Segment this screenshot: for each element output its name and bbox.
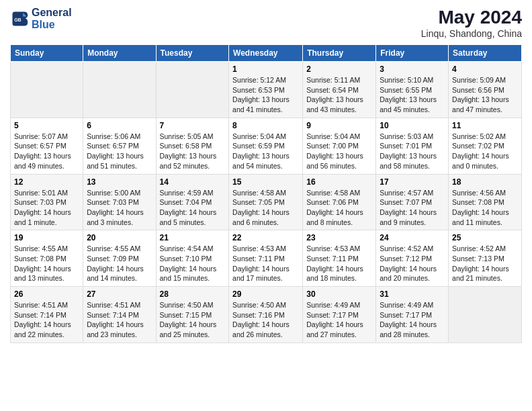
day-number: 25 <box>452 233 518 242</box>
day-number: 11 <box>452 121 518 130</box>
calendar-cell: 7Sunrise: 5:05 AMSunset: 6:58 PMDaylight… <box>156 118 229 174</box>
calendar-cell: 24Sunrise: 4:52 AMSunset: 7:12 PMDayligh… <box>376 230 449 287</box>
day-info: Sunrise: 4:50 AMSunset: 7:15 PMDaylight:… <box>160 300 226 340</box>
day-number: 23 <box>306 233 372 242</box>
day-info: Sunrise: 4:55 AMSunset: 7:09 PMDaylight:… <box>87 244 152 283</box>
calendar-cell: 15Sunrise: 4:58 AMSunset: 7:05 PMDayligh… <box>229 174 303 230</box>
calendar-cell: 28Sunrise: 4:50 AMSunset: 7:15 PMDayligh… <box>156 287 229 343</box>
day-number: 8 <box>232 121 299 130</box>
day-number: 28 <box>160 289 226 299</box>
calendar-cell <box>449 287 522 343</box>
calendar-cell: 10Sunrise: 5:03 AMSunset: 7:01 PMDayligh… <box>376 118 449 174</box>
day-number: 22 <box>232 233 299 242</box>
day-info: Sunrise: 5:01 AMSunset: 7:03 PMDaylight:… <box>14 188 79 228</box>
day-info: Sunrise: 4:55 AMSunset: 7:08 PMDaylight:… <box>14 244 79 283</box>
calendar-cell: 3Sunrise: 5:10 AMSunset: 6:55 PMDaylight… <box>376 62 449 118</box>
col-thursday: Thursday <box>303 45 376 62</box>
calendar-cell: 25Sunrise: 4:52 AMSunset: 7:13 PMDayligh… <box>449 230 522 287</box>
calendar-week-1: 1Sunrise: 5:12 AMSunset: 6:53 PMDaylight… <box>11 62 522 118</box>
day-info: Sunrise: 4:59 AMSunset: 7:04 PMDaylight:… <box>160 188 226 228</box>
calendar-cell <box>156 62 229 118</box>
calendar-cell <box>83 62 156 118</box>
day-number: 7 <box>160 121 226 130</box>
calendar-table: Sunday Monday Tuesday Wednesday Thursday… <box>10 44 522 343</box>
day-info: Sunrise: 5:06 AMSunset: 6:57 PMDaylight:… <box>87 132 152 171</box>
logo: GB General Blue <box>10 7 72 30</box>
day-info: Sunrise: 5:04 AMSunset: 7:00 PMDaylight:… <box>306 132 372 171</box>
calendar-cell: 23Sunrise: 4:53 AMSunset: 7:11 PMDayligh… <box>303 230 376 287</box>
calendar-cell: 30Sunrise: 4:49 AMSunset: 7:17 PMDayligh… <box>303 287 376 343</box>
calendar-cell: 8Sunrise: 5:04 AMSunset: 6:59 PMDaylight… <box>229 118 303 174</box>
day-number: 24 <box>380 233 445 242</box>
calendar-cell: 17Sunrise: 4:57 AMSunset: 7:07 PMDayligh… <box>376 174 449 230</box>
calendar-cell: 2Sunrise: 5:11 AMSunset: 6:54 PMDaylight… <box>303 62 376 118</box>
header-row: Sunday Monday Tuesday Wednesday Thursday… <box>11 45 522 62</box>
day-info: Sunrise: 4:52 AMSunset: 7:13 PMDaylight:… <box>452 244 518 283</box>
calendar-cell: 12Sunrise: 5:01 AMSunset: 7:03 PMDayligh… <box>11 174 83 230</box>
page-header: GB General Blue May 2024 Linqu, Shandong… <box>10 7 522 39</box>
calendar-cell <box>11 62 83 118</box>
day-number: 21 <box>160 233 226 242</box>
calendar-cell: 29Sunrise: 4:50 AMSunset: 7:16 PMDayligh… <box>229 287 303 343</box>
day-number: 14 <box>160 177 226 187</box>
calendar-cell: 1Sunrise: 5:12 AMSunset: 6:53 PMDaylight… <box>229 62 303 118</box>
day-number: 18 <box>452 177 518 187</box>
day-info: Sunrise: 5:03 AMSunset: 7:01 PMDaylight:… <box>380 132 445 171</box>
svg-text:GB: GB <box>14 17 21 21</box>
day-number: 2 <box>306 64 372 74</box>
day-number: 3 <box>380 64 445 74</box>
day-number: 29 <box>232 289 299 299</box>
day-number: 20 <box>87 233 152 242</box>
day-info: Sunrise: 4:58 AMSunset: 7:05 PMDaylight:… <box>232 188 299 228</box>
calendar-cell: 19Sunrise: 4:55 AMSunset: 7:08 PMDayligh… <box>11 230 83 287</box>
day-info: Sunrise: 5:09 AMSunset: 6:56 PMDaylight:… <box>452 75 518 115</box>
col-tuesday: Tuesday <box>156 45 229 62</box>
day-info: Sunrise: 4:49 AMSunset: 7:17 PMDaylight:… <box>306 300 372 340</box>
calendar-cell: 20Sunrise: 4:55 AMSunset: 7:09 PMDayligh… <box>83 230 156 287</box>
calendar-cell: 16Sunrise: 4:58 AMSunset: 7:06 PMDayligh… <box>303 174 376 230</box>
day-number: 9 <box>306 121 372 130</box>
day-number: 26 <box>14 289 79 299</box>
calendar-cell: 6Sunrise: 5:06 AMSunset: 6:57 PMDaylight… <box>83 118 156 174</box>
calendar-cell: 18Sunrise: 4:56 AMSunset: 7:08 PMDayligh… <box>449 174 522 230</box>
day-number: 17 <box>380 177 445 187</box>
col-saturday: Saturday <box>449 45 522 62</box>
day-info: Sunrise: 4:51 AMSunset: 7:14 PMDaylight:… <box>14 300 79 340</box>
day-info: Sunrise: 5:11 AMSunset: 6:54 PMDaylight:… <box>306 75 372 115</box>
day-info: Sunrise: 4:56 AMSunset: 7:08 PMDaylight:… <box>452 188 518 228</box>
day-number: 16 <box>306 177 372 187</box>
col-friday: Friday <box>376 45 449 62</box>
calendar-cell: 5Sunrise: 5:07 AMSunset: 6:57 PMDaylight… <box>11 118 83 174</box>
day-info: Sunrise: 4:57 AMSunset: 7:07 PMDaylight:… <box>380 188 445 228</box>
page-container: GB General Blue May 2024 Linqu, Shandong… <box>0 0 532 350</box>
day-number: 19 <box>14 233 79 242</box>
day-info: Sunrise: 4:58 AMSunset: 7:06 PMDaylight:… <box>306 188 372 228</box>
day-info: Sunrise: 4:49 AMSunset: 7:17 PMDaylight:… <box>380 300 445 340</box>
main-title: May 2024 <box>421 7 522 28</box>
col-monday: Monday <box>83 45 156 62</box>
day-number: 10 <box>380 121 445 130</box>
day-number: 13 <box>87 177 152 187</box>
day-info: Sunrise: 4:53 AMSunset: 7:11 PMDaylight:… <box>232 244 299 283</box>
calendar-cell: 4Sunrise: 5:09 AMSunset: 6:56 PMDaylight… <box>449 62 522 118</box>
day-number: 30 <box>306 289 372 299</box>
day-info: Sunrise: 4:51 AMSunset: 7:14 PMDaylight:… <box>87 300 152 340</box>
calendar-week-2: 5Sunrise: 5:07 AMSunset: 6:57 PMDaylight… <box>11 118 522 174</box>
calendar-cell: 22Sunrise: 4:53 AMSunset: 7:11 PMDayligh… <box>229 230 303 287</box>
day-info: Sunrise: 4:50 AMSunset: 7:16 PMDaylight:… <box>232 300 299 340</box>
day-number: 5 <box>14 121 79 130</box>
day-info: Sunrise: 4:54 AMSunset: 7:10 PMDaylight:… <box>160 244 226 283</box>
logo-icon: GB <box>10 9 29 28</box>
subtitle: Linqu, Shandong, China <box>421 28 522 39</box>
day-number: 12 <box>14 177 79 187</box>
calendar-cell: 31Sunrise: 4:49 AMSunset: 7:17 PMDayligh… <box>376 287 449 343</box>
day-number: 15 <box>232 177 299 187</box>
day-info: Sunrise: 5:04 AMSunset: 6:59 PMDaylight:… <box>232 132 299 171</box>
day-info: Sunrise: 5:07 AMSunset: 6:57 PMDaylight:… <box>14 132 79 171</box>
title-block: May 2024 Linqu, Shandong, China <box>421 7 522 39</box>
calendar-week-4: 19Sunrise: 4:55 AMSunset: 7:08 PMDayligh… <box>11 230 522 287</box>
day-number: 4 <box>452 64 518 74</box>
calendar-week-3: 12Sunrise: 5:01 AMSunset: 7:03 PMDayligh… <box>11 174 522 230</box>
day-info: Sunrise: 5:02 AMSunset: 7:02 PMDaylight:… <box>452 132 518 171</box>
calendar-cell: 9Sunrise: 5:04 AMSunset: 7:00 PMDaylight… <box>303 118 376 174</box>
